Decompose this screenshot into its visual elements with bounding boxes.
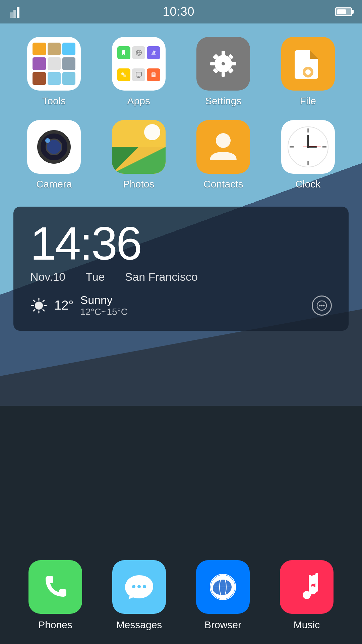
svg-rect-10 xyxy=(136,72,141,76)
svg-rect-21 xyxy=(232,62,236,65)
svg-point-62 xyxy=(143,585,146,588)
svg-line-53 xyxy=(43,310,44,311)
gear-icon xyxy=(205,45,242,82)
svg-point-46 xyxy=(307,146,309,148)
messages-icon xyxy=(122,572,156,602)
battery-icon xyxy=(335,7,352,16)
dock-browser-label: Browser xyxy=(204,619,241,631)
widget-city: San Francisco xyxy=(125,270,198,283)
app-photos[interactable]: Photos xyxy=(102,120,176,190)
app-apps-label: Apps xyxy=(127,95,150,107)
browser-icon-bg xyxy=(196,560,250,614)
svg-line-54 xyxy=(43,300,44,302)
app-tools-label: Tools xyxy=(42,95,66,107)
messages-icon-bg xyxy=(112,560,166,614)
svg-rect-18 xyxy=(222,51,225,55)
svg-marker-0 xyxy=(10,12,13,18)
weather-condition: Sunny xyxy=(80,293,127,307)
weather-range: 12°C~15°C xyxy=(80,307,127,317)
dock-messages-label: Messages xyxy=(116,619,162,631)
clock-icon xyxy=(286,125,330,169)
app-settings-label: Settings xyxy=(205,95,241,107)
weather-widget[interactable]: 14:36 Nov.10 Tue San Francisco 12° Sunny… xyxy=(13,207,349,331)
svg-point-35 xyxy=(144,124,160,140)
svg-point-60 xyxy=(132,585,135,588)
browser-icon xyxy=(206,570,240,604)
photos-icon xyxy=(112,120,166,174)
app-camera[interactable]: Camera xyxy=(17,120,92,190)
svg-point-59 xyxy=(323,305,325,306)
weather-left: 12° Sunny 12°C~15°C xyxy=(30,293,128,317)
svg-point-7 xyxy=(154,51,156,53)
chat-icon xyxy=(316,300,327,311)
widget-date-row: Nov.10 Tue San Francisco xyxy=(30,270,332,283)
svg-point-71 xyxy=(309,586,317,594)
weather-temp: 12° xyxy=(54,298,73,313)
svg-point-8 xyxy=(121,72,124,75)
app-photos-label: Photos xyxy=(123,178,154,190)
status-time: 10:30 xyxy=(163,5,194,19)
app-apps[interactable]: Apps xyxy=(102,37,176,107)
svg-point-9 xyxy=(123,74,126,77)
dock-music-label: Music xyxy=(294,619,320,631)
svg-line-55 xyxy=(34,310,35,311)
svg-rect-3 xyxy=(123,54,124,55)
dock-messages[interactable]: Messages xyxy=(101,560,178,631)
battery-area xyxy=(335,7,352,16)
app-settings[interactable]: Settings xyxy=(186,37,261,107)
music-icon-bg xyxy=(280,560,334,614)
svg-line-52 xyxy=(34,300,35,302)
widget-date: Nov.10 xyxy=(30,270,65,283)
app-contacts[interactable]: Contacts xyxy=(186,120,261,190)
app-clock-label: Clock xyxy=(295,178,320,190)
svg-marker-1 xyxy=(13,10,16,18)
weather-chat-icon[interactable] xyxy=(312,296,332,316)
app-clock[interactable]: Clock xyxy=(271,120,346,190)
svg-point-47 xyxy=(35,302,43,310)
dock: Phones Messages xyxy=(0,550,362,644)
contacts-icon xyxy=(206,128,240,165)
app-file[interactable]: File xyxy=(271,37,346,107)
dock-browser[interactable]: Browser xyxy=(184,560,261,631)
weather-desc: Sunny 12°C~15°C xyxy=(80,293,127,317)
widget-weather-row: 12° Sunny 12°C~15°C xyxy=(30,293,332,317)
app-grid: Tools Apps xyxy=(0,23,362,190)
camera-lens-icon xyxy=(37,130,71,164)
svg-point-57 xyxy=(319,305,321,306)
app-tools[interactable]: Tools xyxy=(17,37,92,107)
svg-point-58 xyxy=(321,305,323,306)
app-camera-label: Camera xyxy=(36,178,72,190)
dock-phones[interactable]: Phones xyxy=(17,560,94,631)
phones-icon-bg xyxy=(28,560,82,614)
phone-icon xyxy=(40,572,70,602)
dock-phones-label: Phones xyxy=(38,619,72,631)
svg-point-36 xyxy=(216,133,231,148)
svg-point-61 xyxy=(137,585,141,588)
app-contacts-label: Contacts xyxy=(203,178,243,190)
signal-icon xyxy=(10,6,22,18)
svg-rect-19 xyxy=(222,72,225,77)
signal-area xyxy=(10,6,22,18)
svg-point-30 xyxy=(305,69,311,75)
sun-icon xyxy=(30,297,48,314)
file-icon xyxy=(291,45,325,82)
status-bar: 10:30 xyxy=(0,0,362,23)
svg-marker-2 xyxy=(17,7,19,18)
dock-music[interactable]: Music xyxy=(268,560,345,631)
widget-day: Tue xyxy=(85,270,105,283)
svg-rect-20 xyxy=(210,62,215,65)
app-file-label: File xyxy=(300,95,316,107)
music-icon xyxy=(292,570,322,604)
widget-time: 14:36 xyxy=(30,220,332,267)
